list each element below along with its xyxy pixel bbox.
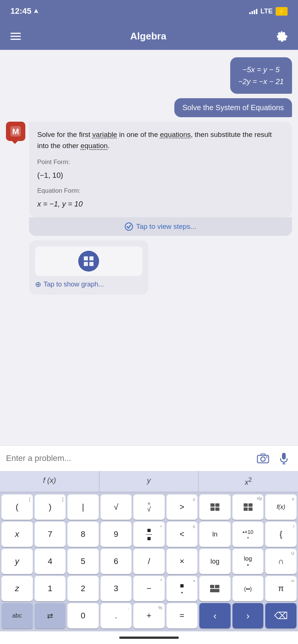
key-backspace[interactable]: ⌫ [265,603,297,628]
key-1[interactable]: 1 [35,576,66,601]
key-y[interactable]: y [1,549,33,574]
svg-rect-19 [248,503,253,507]
key-sqrt[interactable]: √ [101,494,132,520]
key-piecewise[interactable]: (▪▪) [232,576,264,601]
camera-button[interactable] [255,450,271,467]
key-matrix1[interactable] [199,494,231,520]
app-header: Algebra [0,22,298,50]
problem-input[interactable] [6,454,250,463]
key-5[interactable]: 5 [67,549,99,574]
svg-rect-7 [89,262,93,266]
tap-graph-label: Tap to show graph... [44,281,104,288]
grid-svg [83,255,95,267]
key-left[interactable]: ‹ [199,603,231,628]
matrix2-icon [243,503,253,511]
home-bar [119,637,179,639]
tab-fx[interactable]: f (x) [0,471,99,492]
key-less[interactable]: ≤ < [167,522,198,547]
key-equals[interactable]: = [167,603,198,628]
mic-icon [279,452,288,464]
math-keyboard: f (x) y x2 [ ( ] ) | √ n√ ≥ [0,471,298,631]
equations-link[interactable]: equations [160,131,191,138]
key-abc[interactable]: abc [1,603,33,628]
steps-check-icon [125,222,133,231]
svg-rect-22 [210,585,214,588]
key-fx[interactable]: e f(x) [265,494,297,520]
tab-y[interactable]: y [99,471,199,492]
svg-point-9 [261,457,265,461]
point-form-value: (−1, 10) [37,169,284,181]
battery-icon: ⚡ [276,7,288,16]
equation-line-1: −5x = y − 5 [238,64,284,75]
keyboard-rows: [ ( ] ) | √ n√ ≥ > [0,492,298,628]
key-0[interactable]: 0 [67,603,99,628]
key-matrix2[interactable]: x|y [232,494,264,520]
svg-marker-0 [34,9,38,13]
key-z[interactable]: z [1,576,33,601]
key-shift[interactable]: ⇄ [35,603,66,628]
svg-rect-18 [244,503,248,507]
svg-rect-14 [210,503,215,507]
keyboard-row-5: abc ⇄ 0 , . % + = ‹ › ⌫ [1,603,297,628]
key-6[interactable]: 6 [101,549,132,574]
equation-line-2: −2y = −x − 21 [238,76,284,87]
key-9[interactable]: 9 [101,522,132,547]
equation-form-value: x = −1, y = 10 [37,198,284,210]
user-equation-bubble: −5x = y − 5 −2y = −x − 21 [230,57,292,94]
key-8[interactable]: 8 [67,522,99,547]
time-label: 12:45 [10,6,31,16]
key-greater[interactable]: ≥ > [167,494,198,520]
key-brace[interactable]: i { [265,522,297,547]
key-pi[interactable]: ∞ π [265,576,297,601]
key-multiply[interactable]: × [167,549,198,574]
key-union[interactable]: U ∩ [265,549,297,574]
key-power[interactable]: ▪ ■▪ [167,576,198,601]
key-logbase[interactable]: log▪ [232,549,264,574]
key-2[interactable]: 2 [67,576,99,601]
key-subtract[interactable]: ^ − [133,576,165,601]
key-right[interactable]: › [232,603,264,628]
variable-link[interactable]: variable [92,131,117,138]
key-add[interactable]: % + [133,603,165,628]
tab-x2[interactable]: x2 [199,471,298,492]
mic-button[interactable] [276,450,292,467]
tap-graph-button[interactable]: ⊕ Tap to show graph... [35,280,142,289]
key-open-paren[interactable]: [ ( [1,494,33,520]
settings-icon[interactable] [276,30,288,42]
svg-rect-16 [210,507,215,511]
menu-button[interactable] [10,33,21,40]
page-title: Algebra [130,31,167,42]
key-3[interactable]: 3 [101,576,132,601]
key-decimal[interactable]: , . [101,603,132,628]
key-sci-notation[interactable]: ▪×10▪ [232,522,264,547]
key-mixed[interactable] [199,576,231,601]
solve-bubble: Solve the System of Equations [174,98,292,117]
key-ln[interactable]: ln [199,522,231,547]
lte-label: LTE [260,7,273,15]
key-7[interactable]: 7 [35,522,66,547]
keyboard-row-1: [ ( ] ) | √ n√ ≥ > [1,494,297,520]
svg-rect-4 [84,256,88,260]
svg-rect-17 [215,507,219,511]
graph-icon-area [35,246,142,276]
equation-link[interactable]: equation [80,142,108,150]
tap-steps-label: Tap to view steps... [136,222,196,231]
key-4[interactable]: 4 [35,549,66,574]
svg-rect-20 [244,507,248,511]
key-close-paren[interactable]: ] ) [35,494,66,520]
equation-form-label: Equation Form: [37,186,284,196]
keyboard-tabs: f (x) y x2 [0,471,298,492]
key-log[interactable]: log [199,549,231,574]
bot-intro-text: Solve for the first variable in one of t… [37,129,284,152]
key-nthroot[interactable]: n√ [133,494,165,520]
home-indicator [0,631,298,644]
graph-preview-container: ⊕ Tap to show graph... [29,240,148,295]
keyboard-row-3: y 4 5 6 / × log log▪ U ∩ [1,549,297,574]
key-divide[interactable]: / [133,549,165,574]
key-abs[interactable]: | [67,494,99,520]
tap-steps-button[interactable]: Tap to view steps... [29,217,292,236]
key-fraction[interactable]: ÷ ■ ■ [133,522,165,547]
key-x[interactable]: x [1,522,33,547]
signal-icon [249,8,257,14]
status-bar: 12:45 LTE ⚡ [0,0,298,22]
